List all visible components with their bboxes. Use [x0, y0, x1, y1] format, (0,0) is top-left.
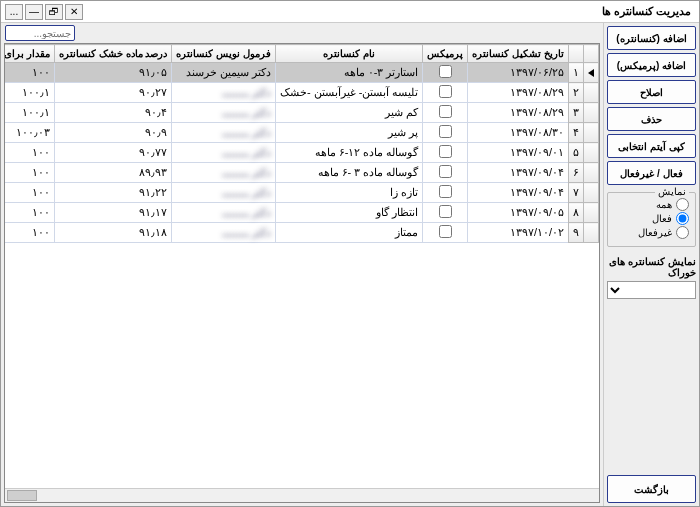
- col-date[interactable]: تاریخ تشکیل کنسانتره: [468, 45, 569, 63]
- table-row[interactable]: ۶۱۳۹۷/۰۹/۰۴گوساله ماده ۳ -۶ ماههدکتر ـــ…: [5, 163, 599, 183]
- cell-premix: [423, 203, 468, 223]
- cell-per-head: ۱۰۰: [5, 63, 55, 83]
- horizontal-scrollbar-thumb[interactable]: [7, 490, 37, 501]
- cell-date: ۱۳۹۷/۰۶/۲۵: [468, 63, 569, 83]
- cell-date: ۱۳۹۷/۰۸/۲۹: [468, 103, 569, 123]
- radio-all-label: همه: [656, 199, 672, 210]
- cell-name: ممتاز: [275, 223, 423, 243]
- cell-premix: [423, 223, 468, 243]
- cell-date: ۱۳۹۷/۰۹/۰۱: [468, 143, 569, 163]
- edit-button[interactable]: اصلاح: [607, 80, 696, 104]
- premix-checkbox[interactable]: [439, 65, 452, 78]
- radio-active[interactable]: [676, 212, 689, 225]
- row-indicator: [584, 183, 599, 203]
- col-premix[interactable]: پرمیکس: [423, 45, 468, 63]
- feed-concentrate-label: نمایش کنسانتره های خوراک: [607, 256, 696, 278]
- premix-checkbox[interactable]: [439, 105, 452, 118]
- premix-checkbox[interactable]: [439, 125, 452, 138]
- table-row[interactable]: ۵۱۳۹۷/۰۹/۰۱گوساله ماده ۱۲-۶ ماههدکتر ـــ…: [5, 143, 599, 163]
- cell-name: انتظار گاو: [275, 203, 423, 223]
- premix-checkbox[interactable]: [439, 165, 452, 178]
- grid-toolbar: [1, 23, 603, 43]
- search-input[interactable]: [5, 25, 75, 41]
- cell-per-head: ۱۰۰: [5, 223, 55, 243]
- cell-name: کم شیر: [275, 103, 423, 123]
- table-row[interactable]: ۷۱۳۹۷/۰۹/۰۴تازه زادکتر ـــــــــ۹۱٫۲۲۱۰۰…: [5, 183, 599, 203]
- cell-premix: [423, 183, 468, 203]
- radio-inactive-label: غیرفعال: [638, 227, 672, 238]
- cell-dm-pct: ۹۱٫۰۵: [55, 63, 172, 83]
- col-dm-pct[interactable]: درصد ماده خشک کنسانتره: [55, 45, 172, 63]
- premix-checkbox[interactable]: [439, 145, 452, 158]
- extra-button[interactable]: ...: [5, 4, 23, 20]
- concentrate-table: تاریخ تشکیل کنسانتره پرمیکس نام کنسانتره…: [5, 44, 599, 243]
- close-button[interactable]: ✕: [65, 4, 83, 20]
- premix-checkbox[interactable]: [439, 225, 452, 238]
- cell-dm-pct: ۹۰٫۲۷: [55, 83, 172, 103]
- table-row[interactable]: ۳۱۳۹۷/۰۸/۲۹کم شیردکتر ـــــــــ۹۰٫۴۱۰۰٫۱…: [5, 103, 599, 123]
- radio-inactive[interactable]: [676, 226, 689, 239]
- table-row[interactable]: ۲۱۳۹۷/۰۸/۲۹تلیسه آبستن- غیرآبستن -خشکدکت…: [5, 83, 599, 103]
- add-premix-button[interactable]: اضافه (پرمیکس): [607, 53, 696, 77]
- row-indicator: [584, 123, 599, 143]
- table-row[interactable]: ۴۱۳۹۷/۰۸/۳۰پر شیردکتر ـــــــــ۹۰٫۹۱۰۰٫۰…: [5, 123, 599, 143]
- cell-author: دکتر سیمین خرسند: [172, 63, 276, 83]
- app-window: مدیریت کنسانتره ها ... — 🗗 ✕ اضافه (کنسا…: [0, 0, 700, 507]
- minimize-button[interactable]: —: [25, 4, 43, 20]
- cell-dm-pct: ۹۱٫۱۸: [55, 223, 172, 243]
- col-author[interactable]: فرمول نویس کنسانتره: [172, 45, 276, 63]
- row-indicator: [584, 63, 599, 83]
- col-name[interactable]: نام کنسانتره: [275, 45, 423, 63]
- radio-all-row[interactable]: همه: [614, 198, 689, 211]
- cell-per-head: ۱۰۰٫۱: [5, 83, 55, 103]
- grid-wrap: تاریخ تشکیل کنسانتره پرمیکس نام کنسانتره…: [4, 43, 600, 503]
- row-indicator: [584, 223, 599, 243]
- titlebar-controls: ... — 🗗 ✕: [5, 4, 83, 20]
- add-concentrate-button[interactable]: اضافه (کنسانتره): [607, 26, 696, 50]
- sidebar-spacer: [607, 302, 696, 472]
- feed-concentrate-select[interactable]: [607, 281, 696, 299]
- cell-dm-pct: ۹۰٫۴: [55, 103, 172, 123]
- maximize-button[interactable]: 🗗: [45, 4, 63, 20]
- cell-name: تلیسه آبستن- غیرآبستن -خشک: [275, 83, 423, 103]
- radio-all[interactable]: [676, 198, 689, 211]
- row-number: ۸: [569, 203, 584, 223]
- table-row[interactable]: ۱۱۳۹۷/۰۶/۲۵استارتر ۳-۰ ماههدکتر سیمین خر…: [5, 63, 599, 83]
- cell-per-head: ۱۰۰: [5, 163, 55, 183]
- cell-date: ۱۳۹۷/۰۹/۰۴: [468, 163, 569, 183]
- cell-author: دکتر ـــــــــ: [172, 103, 276, 123]
- cell-author: دکتر ـــــــــ: [172, 223, 276, 243]
- cell-author: دکتر ـــــــــ: [172, 163, 276, 183]
- horizontal-scrollbar[interactable]: [5, 488, 599, 502]
- radio-active-row[interactable]: فعال: [614, 212, 689, 225]
- delete-button[interactable]: حذف: [607, 107, 696, 131]
- cell-dm-pct: ۹۰٫۹: [55, 123, 172, 143]
- premix-checkbox[interactable]: [439, 85, 452, 98]
- back-button[interactable]: بازگشت: [607, 475, 696, 503]
- row-number: ۹: [569, 223, 584, 243]
- grid-scroll[interactable]: تاریخ تشکیل کنسانتره پرمیکس نام کنسانتره…: [5, 44, 599, 502]
- cell-premix: [423, 163, 468, 183]
- row-indicator: [584, 163, 599, 183]
- active-inactive-button[interactable]: فعال / غیرفعال: [607, 161, 696, 185]
- table-row[interactable]: ۸۱۳۹۷/۰۹/۰۵انتظار گاودکتر ـــــــــ۹۱٫۱۷…: [5, 203, 599, 223]
- col-per-head[interactable]: مقدار برای یک دام: [5, 45, 55, 63]
- row-number: ۵: [569, 143, 584, 163]
- cell-author: دکتر ـــــــــ: [172, 83, 276, 103]
- row-number: ۱: [569, 63, 584, 83]
- copy-selected-button[interactable]: کپی آیتم انتخابی: [607, 134, 696, 158]
- row-indicator: [584, 203, 599, 223]
- row-number: ۳: [569, 103, 584, 123]
- cell-author: دکتر ـــــــــ: [172, 123, 276, 143]
- table-row[interactable]: ۹۱۳۹۷/۱۰/۰۲ممتازدکتر ـــــــــ۹۱٫۱۸۱۰۰۹۱…: [5, 223, 599, 243]
- premix-checkbox[interactable]: [439, 205, 452, 218]
- radio-inactive-row[interactable]: غیرفعال: [614, 226, 689, 239]
- row-indicator: [584, 143, 599, 163]
- cell-dm-pct: ۹۱٫۱۷: [55, 203, 172, 223]
- cell-premix: [423, 63, 468, 83]
- row-number: ۲: [569, 83, 584, 103]
- cell-date: ۱۳۹۷/۰۹/۰۴: [468, 183, 569, 203]
- display-filter-group: نمایش همه فعال غیرفعال: [607, 192, 696, 247]
- premix-checkbox[interactable]: [439, 185, 452, 198]
- cell-date: ۱۳۹۷/۰۹/۰۵: [468, 203, 569, 223]
